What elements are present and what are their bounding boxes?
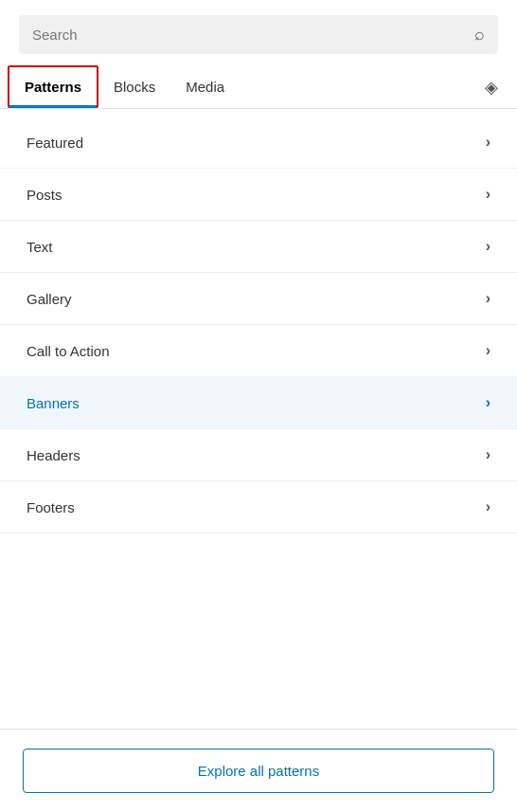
search-bar: ⌕	[19, 15, 498, 54]
chevron-right-icon: ›	[486, 498, 490, 515]
menu-item-footers[interactable]: Footers›	[0, 481, 517, 533]
menu-item-posts[interactable]: Posts›	[0, 169, 517, 221]
menu-item-label-gallery: Gallery	[27, 291, 72, 307]
menu-item-label-call-to-action: Call to Action	[27, 343, 110, 359]
menu-item-label-text: Text	[27, 239, 53, 255]
menu-item-featured[interactable]: Featured›	[0, 117, 517, 169]
search-icon: ⌕	[474, 25, 485, 45]
menu-item-gallery[interactable]: Gallery›	[0, 273, 517, 325]
tab-blocks[interactable]: Blocks	[98, 67, 170, 106]
panel: ⌕ Patterns Blocks Media ◈ Featured›Posts…	[0, 0, 517, 812]
menu-item-label-posts: Posts	[27, 187, 62, 203]
tab-media[interactable]: Media	[170, 67, 240, 106]
menu-item-call-to-action[interactable]: Call to Action›	[0, 325, 517, 377]
menu-item-banners[interactable]: Banners›	[0, 377, 517, 429]
diamond-icon[interactable]: ◈	[473, 67, 509, 107]
menu-list: Featured›Posts›Text›Gallery›Call to Acti…	[0, 109, 517, 729]
tab-patterns[interactable]: Patterns	[8, 65, 98, 108]
menu-item-text[interactable]: Text›	[0, 221, 517, 273]
explore-btn-container: Explore all patterns	[0, 729, 517, 812]
chevron-right-icon: ›	[486, 186, 490, 203]
explore-all-patterns-button[interactable]: Explore all patterns	[23, 749, 494, 793]
chevron-right-icon: ›	[486, 290, 490, 307]
menu-item-label-banners: Banners	[27, 395, 80, 411]
menu-item-headers[interactable]: Headers›	[0, 429, 517, 481]
chevron-right-icon: ›	[486, 342, 490, 359]
menu-item-label-headers: Headers	[27, 447, 80, 463]
menu-item-label-footers: Footers	[27, 499, 75, 515]
chevron-right-icon: ›	[486, 238, 490, 255]
chevron-right-icon: ›	[486, 446, 490, 463]
chevron-right-icon: ›	[486, 134, 490, 151]
chevron-right-icon: ›	[486, 394, 490, 411]
menu-item-label-featured: Featured	[27, 135, 83, 151]
tabs-container: Patterns Blocks Media ◈	[0, 65, 517, 109]
search-input[interactable]	[32, 27, 474, 43]
